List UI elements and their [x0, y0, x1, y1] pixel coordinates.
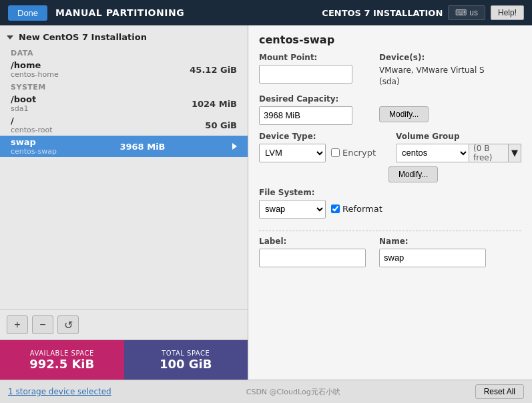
- remove-partition-button[interactable]: −: [32, 315, 53, 334]
- storage-device-link[interactable]: 1 storage device selected: [8, 387, 111, 396]
- total-space-label: TOTAL SPACE: [162, 350, 210, 357]
- top-bar-right: CENTOS 7 INSTALLATION ⌨ us Help!: [322, 5, 524, 20]
- watermark: CSDN @CloudLog元石小吠: [246, 387, 340, 397]
- reformat-checkbox[interactable]: [331, 205, 340, 213]
- file-system-label: File System:: [259, 188, 382, 197]
- part-sub-home: centos-home: [11, 70, 59, 79]
- section-label-data: DATA: [0, 46, 248, 59]
- vg-modify-row: Modify...: [388, 166, 521, 182]
- form-row-label-name: Label: Name:: [259, 237, 521, 267]
- mount-point-input[interactable]: [259, 65, 352, 84]
- desired-capacity-input[interactable]: [259, 106, 352, 125]
- form-row-mount-devices: Mount Point: Device(s): VMware, VMware V…: [259, 53, 521, 88]
- divider: [259, 231, 521, 231]
- encrypt-checkbox[interactable]: [331, 148, 340, 157]
- partition-item-root[interactable]: / centos-root 50 GiB: [0, 114, 248, 136]
- space-bar: AVAILABLE SPACE 992.5 KiB TOTAL SPACE 10…: [0, 340, 248, 380]
- reset-partition-button[interactable]: ↺: [57, 315, 79, 334]
- reset-all-button[interactable]: Reset All: [475, 384, 524, 399]
- form-group-devices: Device(s): VMware, VMware Virtual S (sda…: [379, 53, 493, 88]
- name-input[interactable]: [379, 249, 486, 267]
- right-panel: centos-swap Mount Point: Device(s): VMwa…: [248, 25, 532, 380]
- keyboard-icon: ⌨: [455, 8, 467, 17]
- partition-item-swap[interactable]: swap centos-swap 3968 MiB: [0, 136, 248, 157]
- part-size-home: 45.12 GiB: [190, 65, 237, 75]
- add-partition-button[interactable]: +: [7, 315, 28, 334]
- name-field-label: Name:: [379, 237, 486, 246]
- total-space-value: 100 GiB: [160, 357, 212, 371]
- device-type-label: Device Type:: [259, 132, 376, 141]
- file-system-select[interactable]: swap ext4 ext3 xfs vfat: [259, 200, 326, 219]
- devices-modify-button[interactable]: Modify...: [379, 106, 429, 122]
- partition-item-home[interactable]: /home centos-home 45.12 GiB: [0, 59, 248, 80]
- vg-dropdown-icon[interactable]: ▼: [509, 144, 521, 162]
- available-space-label: AVAILABLE SPACE: [30, 350, 94, 357]
- encrypt-label[interactable]: Encrypt: [342, 148, 376, 158]
- label-input[interactable]: [259, 249, 366, 267]
- left-panel: New CentOS 7 Installation DATA /home cen…: [0, 25, 248, 380]
- device-type-select[interactable]: LVM Standard Partition RAID BTRFS: [259, 144, 326, 162]
- partition-list: New CentOS 7 Installation DATA /home cen…: [0, 25, 248, 309]
- done-button[interactable]: Done: [8, 5, 47, 21]
- vg-label: Volume Group: [396, 132, 521, 141]
- vg-free-label: (0 B free): [469, 144, 509, 162]
- right-panel-title: centos-swap: [259, 33, 521, 46]
- available-space-panel: AVAILABLE SPACE 992.5 KiB: [0, 340, 124, 380]
- part-left-swap: swap centos-swap: [11, 137, 57, 156]
- left-controls: + − ↺: [0, 309, 248, 340]
- desired-capacity-label: Desired Capacity:: [259, 94, 352, 104]
- form-row-filesystem: File System: swap ext4 ext3 xfs vfat Ref…: [259, 188, 521, 219]
- available-space-value: 992.5 KiB: [29, 357, 94, 371]
- top-bar: Done MANUAL PARTITIONING CENTOS 7 INSTAL…: [0, 0, 532, 25]
- total-space-panel: TOTAL SPACE 100 GiB: [124, 340, 248, 380]
- keyboard-lang: us: [469, 8, 478, 17]
- part-size-root: 50 GiB: [205, 120, 237, 130]
- form-group-mount: Mount Point:: [259, 53, 352, 84]
- part-name-root: /: [11, 116, 53, 126]
- encrypt-row: Encrypt: [331, 144, 376, 162]
- form-row-device-vg: Device Type: LVM Standard Partition RAID…: [259, 132, 521, 162]
- install-header-label: New CentOS 7 Installation: [19, 32, 147, 42]
- devices-value: VMware, VMware Virtual S (sda): [379, 65, 493, 88]
- part-size-swap: 3968 MiB: [119, 142, 165, 152]
- form-group-modify-devices: Modify...: [379, 94, 429, 122]
- section-label-system: SYSTEM: [0, 80, 248, 93]
- keyboard-button[interactable]: ⌨ us: [448, 5, 485, 20]
- part-left-boot: /boot sda1: [11, 94, 36, 113]
- form-group-label: Label:: [259, 237, 366, 267]
- form-group-capacity: Desired Capacity:: [259, 94, 352, 125]
- label-field-label: Label:: [259, 237, 366, 246]
- part-size-boot: 1024 MiB: [192, 99, 237, 109]
- reformat-label[interactable]: Reformat: [342, 204, 382, 214]
- vg-select[interactable]: centos: [396, 144, 469, 162]
- part-sub-boot: sda1: [11, 104, 36, 113]
- part-left-root: / centos-root: [11, 116, 53, 134]
- arrow-right-icon: [232, 143, 237, 150]
- form-row-capacity: Desired Capacity: Modify...: [259, 94, 521, 125]
- main-content: New CentOS 7 Installation DATA /home cen…: [0, 25, 532, 380]
- form-group-device-type: Device Type: LVM Standard Partition RAID…: [259, 132, 376, 162]
- vg-modify-button[interactable]: Modify...: [388, 166, 438, 182]
- reformat-row: Reformat: [331, 200, 382, 219]
- part-name-boot: /boot: [11, 94, 36, 104]
- mount-point-label: Mount Point:: [259, 53, 352, 62]
- part-name-home: /home: [11, 60, 59, 70]
- install-title: CENTOS 7 INSTALLATION: [322, 8, 443, 18]
- form-group-vg: Volume Group centos (0 B free) ▼: [396, 132, 521, 162]
- bottom-bar: 1 storage device selected CSDN @CloudLog…: [0, 380, 532, 403]
- devices-label: Device(s):: [379, 53, 493, 62]
- top-bar-left: Done MANUAL PARTITIONING: [8, 5, 184, 21]
- form-group-filesystem: File System: swap ext4 ext3 xfs vfat Ref…: [259, 188, 382, 219]
- part-sub-root: centos-root: [11, 126, 53, 134]
- install-header: New CentOS 7 Installation: [0, 28, 248, 46]
- part-name-swap: swap: [11, 137, 57, 147]
- form-group-name: Name:: [379, 237, 486, 267]
- part-left-home: /home centos-home: [11, 60, 59, 79]
- part-sub-swap: centos-swap: [11, 147, 57, 156]
- help-button[interactable]: Help!: [491, 5, 524, 20]
- chevron-down-icon: [7, 35, 13, 39]
- partition-item-boot[interactable]: /boot sda1 1024 MiB: [0, 93, 248, 114]
- page-title: MANUAL PARTITIONING: [55, 7, 184, 18]
